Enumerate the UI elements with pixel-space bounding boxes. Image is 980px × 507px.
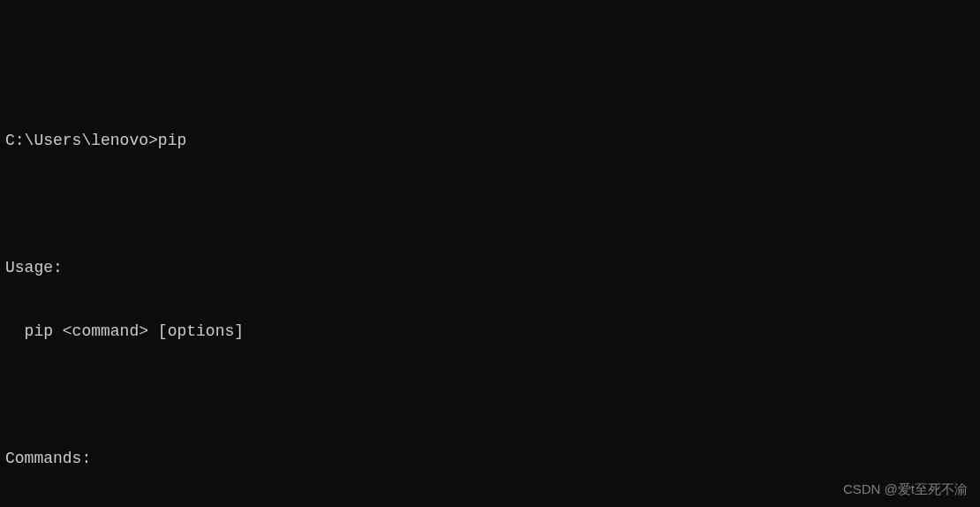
prompt-path: C:\Users\lenovo> xyxy=(5,130,158,151)
usage-header: Usage: xyxy=(5,257,975,278)
blank-line xyxy=(5,384,975,405)
terminal-output[interactable]: C:\Users\lenovo>pip Usage: pip <command>… xyxy=(0,85,980,507)
prompt-command: pip xyxy=(158,130,186,151)
prompt-line: C:\Users\lenovo>pip xyxy=(5,130,975,151)
blank-line xyxy=(5,193,975,215)
usage-line: pip <command> [options] xyxy=(5,321,975,342)
commands-header: Commands: xyxy=(5,448,975,469)
